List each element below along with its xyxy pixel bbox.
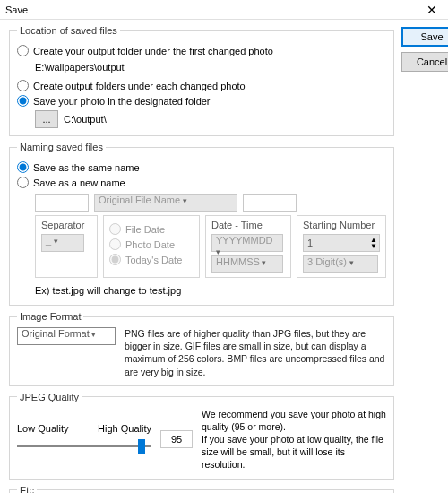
location-label-3: Save your photo in the designated folder [33, 96, 211, 107]
location-radio-3[interactable] [17, 95, 29, 107]
digits-select[interactable]: 3 Digit(s) [303, 255, 378, 273]
datetime-label: Date - Time [211, 220, 285, 230]
spinner-arrows-icon[interactable]: ▲▼ [370, 237, 379, 249]
jpeg-low-label: Low Quality [17, 423, 68, 434]
location-group: Location of saved files Create your outp… [9, 25, 394, 136]
cancel-button[interactable]: Cancel [401, 52, 448, 72]
titlebar: Save ✕ [0, 0, 448, 20]
window-title: Save [5, 4, 28, 15]
jpeg-quality-slider[interactable] [17, 439, 151, 454]
suffix-input[interactable] [243, 194, 297, 212]
datesource-photo-label: Photo Date [125, 239, 175, 250]
jpeg-group: JPEG Quality Low Quality High Quality We… [9, 392, 394, 480]
browse-button[interactable]: ... [35, 110, 58, 128]
location-radio-2[interactable] [17, 80, 29, 91]
save-button[interactable]: Save [401, 27, 448, 47]
datesource-today-radio [109, 254, 121, 265]
jpeg-quality-input[interactable] [160, 430, 193, 448]
prefix-input[interactable] [35, 194, 89, 212]
startnum-value: 1 [304, 238, 370, 248]
jpeg-high-label: High Quality [98, 423, 151, 434]
naming-radio-new[interactable] [17, 177, 29, 188]
naming-label-same: Save as the same name [33, 162, 140, 173]
format-group: Image Format Original Format PNG files a… [9, 311, 394, 386]
naming-group: Naming saved files Save as the same name… [9, 142, 394, 306]
location-path-1: E:\wallpapers\output [35, 60, 386, 76]
location-legend: Location of saved files [17, 25, 120, 36]
etc-group: Etc Maintain the Exif Information Preser… [9, 485, 394, 493]
time-format-select[interactable]: HHMMSS [211, 255, 283, 273]
date-format-select[interactable]: YYYYMMDD [211, 234, 283, 252]
jpeg-desc: We recommend you save your photo at high… [202, 408, 386, 471]
datesource-file-radio [109, 223, 121, 235]
etc-legend: Etc [17, 485, 37, 493]
separator-label: Separator [41, 220, 91, 230]
naming-radio-same[interactable] [17, 161, 29, 173]
datesource-today-label: Today's Date [125, 255, 182, 265]
close-icon[interactable]: ✕ [421, 3, 443, 17]
datesource-photo-radio [109, 238, 121, 250]
location-label-1: Create your output folder under the firs… [33, 46, 273, 56]
naming-label-new: Save as a new name [33, 177, 125, 188]
format-select[interactable]: Original Format [17, 327, 116, 345]
startnum-label: Starting Number [303, 220, 380, 230]
location-label-2: Create output folders under each changed… [33, 81, 246, 91]
datesource-file-label: File Date [125, 224, 165, 235]
format-desc: PNG files are of higher quality than JPG… [125, 327, 386, 378]
naming-legend: Naming saved files [17, 142, 106, 152]
naming-example: Ex) test.jpg will change to test.jpg [35, 285, 386, 296]
filename-select[interactable]: Original File Name [94, 194, 237, 212]
jpeg-legend: JPEG Quality [17, 392, 82, 402]
location-radio-1[interactable] [17, 45, 29, 56]
location-path-3: C:\output\ [64, 114, 107, 125]
startnum-spinner[interactable]: 1 ▲▼ [303, 234, 380, 252]
format-legend: Image Format [17, 311, 83, 322]
separator-select[interactable]: _ [41, 234, 84, 252]
